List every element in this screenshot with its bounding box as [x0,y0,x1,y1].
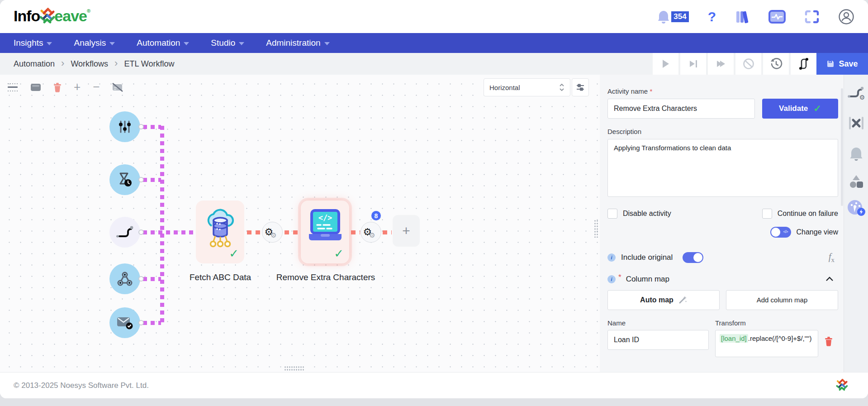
auto-map-button[interactable]: Auto map [607,290,720,310]
fast-run-button[interactable] [708,53,734,75]
step-run-button[interactable] [680,53,706,75]
node-label-remove-extra-characters: Remove Extra Characters [255,272,397,282]
nav-item-analysis[interactable]: Analysis [74,38,115,48]
column-token: [loan_id] [720,334,748,343]
transform-expression-input[interactable]: [loan_id].replace(/[^0-9]+$/,"") [715,330,818,357]
transform-step-node[interactable]: ⚙ ⚙ [262,222,283,243]
hide-cards-button[interactable] [112,83,123,92]
chevron-down-icon [47,42,52,45]
select-chevrons-icon [559,83,564,92]
transform-step-node[interactable]: ⚙ ⚙ [360,222,381,243]
activity-monitor-button[interactable] [768,10,786,24]
workflow-settings-icon[interactable]: ⚙ [847,86,865,101]
activity-properties-panel: Activity name * Validate ✓ Description A… [600,75,844,372]
notification-count-badge: 354 [671,11,688,22]
checkbox-icon[interactable] [607,209,617,219]
node-port[interactable] [138,124,144,129]
disable-activity-checkbox[interactable]: Disable activity [607,209,671,219]
transform-node[interactable] [109,217,140,248]
save-button[interactable]: Save [816,53,868,75]
top-header: Info eave ® [0,0,868,33]
validated-check-icon: ✓ [229,247,239,261]
chevron-up-icon[interactable] [825,277,834,282]
stop-button[interactable] [735,53,761,75]
panel-scrollbar[interactable] [841,88,843,206]
breadcrumb-automation[interactable]: Automation [14,59,55,69]
workflow-canvas[interactable]: + − Horizontal [0,75,600,372]
infoweave-logo[interactable]: Info eave ® [14,7,90,26]
info-icon[interactable]: i [607,275,616,283]
validated-check-icon: ✓ [334,247,344,261]
breadcrumb: Automation › Workflows › ETL Workflow [0,53,174,75]
run-button[interactable] [653,53,678,75]
avatar-icon [838,9,854,25]
zoom-in-button[interactable]: + [74,80,81,94]
history-button[interactable] [763,53,789,75]
shapes-icon[interactable] [848,174,864,189]
bell-icon [657,10,670,24]
transform-column-label: Transform [715,319,746,327]
user-account-button[interactable] [838,9,854,25]
configure-node[interactable] [109,111,140,142]
breadcrumb-workflows[interactable]: Workflows [71,59,108,69]
compare-versions-button[interactable] [791,53,816,75]
validate-button[interactable]: Validate ✓ [762,99,838,119]
nav-item-studio[interactable]: Studio [211,38,244,48]
clear-selection-icon[interactable] [848,116,864,130]
notifications-button[interactable]: 354 [657,10,688,24]
card-view-button[interactable] [30,83,41,91]
zoom-out-button[interactable]: − [93,80,100,94]
activity-card-remove-extra-characters[interactable]: </> ✓ [301,201,349,263]
nav-item-administration[interactable]: Administration [266,38,329,48]
panel-resize-handle[interactable] [594,220,599,238]
performance-gauge-icon[interactable] [846,199,866,217]
share-network-icon [117,271,133,287]
node-port[interactable] [138,177,144,182]
canvas-resize-handle[interactable] [284,366,305,371]
fullscreen-button[interactable] [805,10,819,24]
play-icon [663,60,669,68]
hourglass-clock-icon [117,172,133,188]
layout-settings-button[interactable] [572,78,589,96]
svg-text:⚙: ⚙ [859,94,865,101]
activity-name-input[interactable] [607,99,755,119]
monitor-pulse-icon [768,10,786,24]
checkbox-icon[interactable] [762,209,772,219]
delete-node-button[interactable] [53,82,62,92]
help-button[interactable]: ? [708,10,716,24]
plus-icon: + [402,223,410,239]
books-icon [735,10,749,24]
add-activity-button[interactable]: + [393,215,420,247]
change-view-label: Change view [797,228,839,236]
breadcrumb-separator: › [61,57,64,69]
magic-wand-icon [678,296,687,305]
node-port[interactable] [138,320,144,325]
library-button[interactable] [735,10,749,24]
nav-item-automation[interactable]: Automation [137,38,189,48]
svg-text:</>: </> [318,213,332,222]
delete-column-map-button[interactable] [825,336,833,348]
continue-on-failure-checkbox[interactable]: Continue on failure [762,209,838,219]
schedule-node[interactable] [109,164,140,195]
description-textarea[interactable]: Applying Transformations to clean data [607,139,838,197]
column-name-input[interactable] [607,330,709,350]
layout-direction-select[interactable]: Horizontal [484,78,570,96]
info-icon[interactable]: i [607,253,616,262]
add-column-map-button[interactable]: Add column map [726,290,838,310]
node-port[interactable] [138,229,144,235]
share-node[interactable] [109,263,140,294]
snap-grid-button[interactable] [7,83,18,92]
tune-sliders-icon [576,83,585,92]
connector-stub [143,178,161,182]
change-view-toggle[interactable]: </> [770,227,791,238]
node-port[interactable] [138,276,144,282]
nav-item-insights[interactable]: Insights [14,38,52,48]
gear-icon: ⚙ [270,231,276,239]
activity-card-fetch-abc-data[interactable]: ✓ [196,201,244,263]
include-original-toggle[interactable] [683,252,703,263]
logo-text-info: Info [14,7,40,25]
column-map-label: Column map [626,275,669,284]
panel-bell-icon[interactable] [849,146,864,162]
mail-node[interactable] [109,307,140,338]
formula-fx-icon[interactable]: fx [829,251,835,264]
